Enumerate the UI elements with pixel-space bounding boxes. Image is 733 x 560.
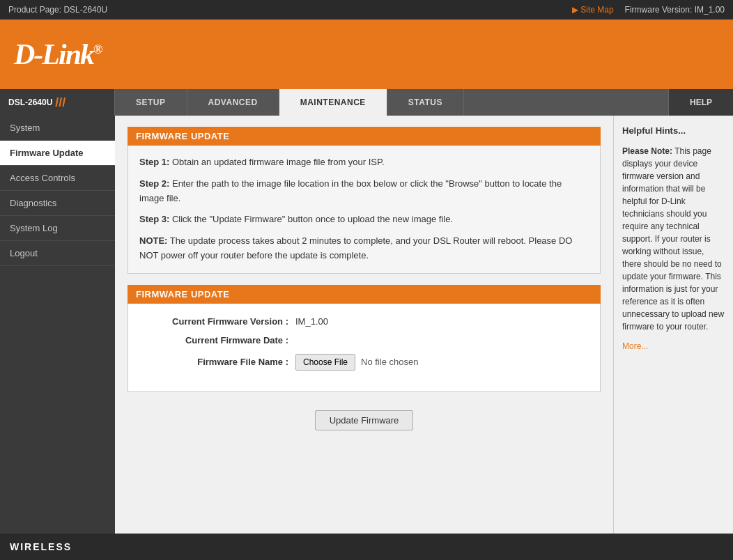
firmware-version-row: Current Firmware Version : IM_1.00 [142,316,586,327]
firmware-version-field-label: Current Firmware Version : [142,316,295,327]
top-bar: Product Page: DSL-2640U Site Map Firmwar… [0,0,733,20]
form-content: Current Firmware Version : IM_1.00 Curre… [128,304,601,392]
sidebar-item-system-log[interactable]: System Log [0,216,115,241]
top-bar-right: Site Map Firmware Version: IM_1.00 [572,5,725,15]
site-map-link[interactable]: Site Map [572,5,614,15]
model-label: DSL-2640U [8,98,52,107]
step3-text: Click the "Update Firmware" button once … [169,214,453,224]
tab-maintenance[interactable]: MAINTENANCE [279,89,387,116]
file-input-wrapper: Choose File No file chosen [295,354,418,371]
tab-advanced[interactable]: ADVANCED [187,89,279,116]
tab-setup[interactable]: SETUP [115,89,187,116]
reg-mark: ® [93,42,101,56]
nav-tabs: DSL-2640U /// SETUP ADVANCED MAINTENANCE… [0,89,733,116]
help-text: Please Note: This page displays your dev… [622,145,725,333]
sidebar: System Firmware Update Access Controls D… [0,116,115,534]
info-content: Step 1: Obtain an updated firmware image… [128,146,601,274]
firmware-date-field-label: Current Firmware Date : [142,335,295,345]
sidebar-item-logout[interactable]: Logout [0,241,115,266]
step2-text: Enter the path to the image file locatio… [139,178,562,203]
form-section-header: FIRMWARE UPDATE [128,285,601,304]
firmware-version-label: Firmware Version: IM_1.00 [625,5,725,15]
help-title: Helpful Hints... [622,124,725,138]
sidebar-item-system[interactable]: System [0,116,115,141]
tab-status[interactable]: STATUS [387,89,464,116]
help-panel: Helpful Hints... Please Note: This page … [613,116,733,534]
firmware-version-value: IM_1.00 [295,316,328,327]
update-firmware-button[interactable]: Update Firmware [315,410,414,430]
tab-help[interactable]: HELP [668,89,733,116]
sidebar-item-access-controls[interactable]: Access Controls [0,166,115,191]
step1-paragraph: Step 1: Obtain an updated firmware image… [139,155,589,170]
firmware-date-row: Current Firmware Date : [142,335,586,345]
wireless-label: WIRELESS [10,541,72,552]
bottom-bar: WIRELESS [0,534,733,560]
firmware-filename-label: Firmware File Name : [142,357,295,367]
step1-label: Step 1: [139,157,169,167]
sidebar-item-firmware-update[interactable]: Firmware Update [0,141,115,166]
content-area: FIRMWARE UPDATE Step 1: Obtain an update… [115,116,613,534]
note-text: The update process takes about 2 minutes… [139,235,572,260]
form-section: FIRMWARE UPDATE Current Firmware Version… [115,285,613,403]
step2-paragraph: Step 2: Enter the path to the image file… [139,177,589,206]
model-slashes: /// [55,95,65,110]
no-file-label: No file chosen [361,357,418,367]
dlink-logo: D-Link® [14,38,101,71]
header: D-Link® [0,20,733,89]
product-title: Product Page: DSL-2640U [8,5,107,15]
step3-label: Step 3: [139,214,169,224]
firmware-filename-row: Firmware File Name : Choose File No file… [142,354,586,371]
note-label: NOTE: [139,235,167,246]
note-paragraph: NOTE: The update process takes about 2 m… [139,234,589,263]
step1-text: Obtain an updated firmware image file fr… [169,157,384,167]
help-bold-note: Please Note: [622,146,672,156]
help-body-text: This page displays your device firmware … [622,146,724,332]
help-more-link[interactable]: More... [622,340,725,352]
choose-file-button[interactable]: Choose File [295,354,355,371]
main-layout: System Firmware Update Access Controls D… [0,116,733,534]
step3-paragraph: Step 3: Click the "Update Firmware" butt… [139,212,589,227]
info-section: FIRMWARE UPDATE Step 1: Obtain an update… [115,116,613,285]
brand-name: D-Link [14,38,93,70]
model-badge: DSL-2640U /// [0,89,115,116]
step2-label: Step 2: [139,178,169,189]
sidebar-item-diagnostics[interactable]: Diagnostics [0,191,115,216]
info-section-header: FIRMWARE UPDATE [128,127,601,146]
button-area: Update Firmware [115,403,613,444]
